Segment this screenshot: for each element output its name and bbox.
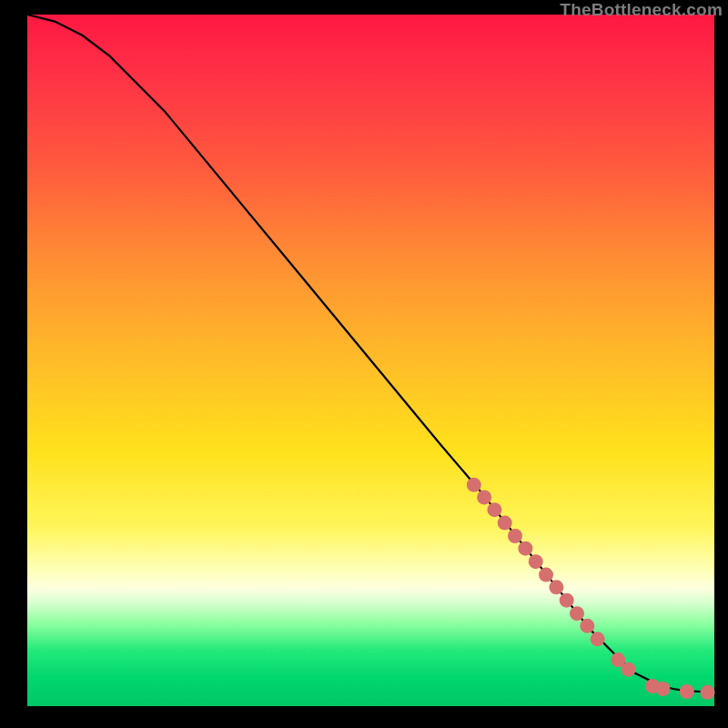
attribution-watermark: TheBottleneck.com: [560, 0, 723, 20]
marker-dot: [477, 490, 491, 505]
marker-dot: [529, 554, 543, 569]
marker-dot: [655, 682, 670, 696]
marker-dot: [467, 478, 481, 492]
marker-dot: [622, 662, 636, 677]
marker-dot: [560, 593, 574, 608]
marker-dot: [570, 606, 584, 621]
marker-dot: [701, 685, 715, 700]
marker-group: [467, 478, 715, 700]
chart-stage: TheBottleneck.com: [0, 0, 728, 728]
marker-dot: [580, 619, 594, 633]
marker-dot: [680, 684, 694, 699]
marker-dot: [498, 516, 512, 531]
chart-svg: [27, 15, 714, 706]
marker-dot: [487, 502, 501, 517]
bottleneck-curve: [27, 15, 714, 693]
marker-dot: [508, 529, 522, 543]
marker-dot: [539, 568, 553, 582]
marker-dot: [549, 580, 563, 594]
chart-plot-area: [27, 15, 714, 706]
marker-dot: [591, 632, 605, 646]
marker-dot: [518, 541, 532, 556]
